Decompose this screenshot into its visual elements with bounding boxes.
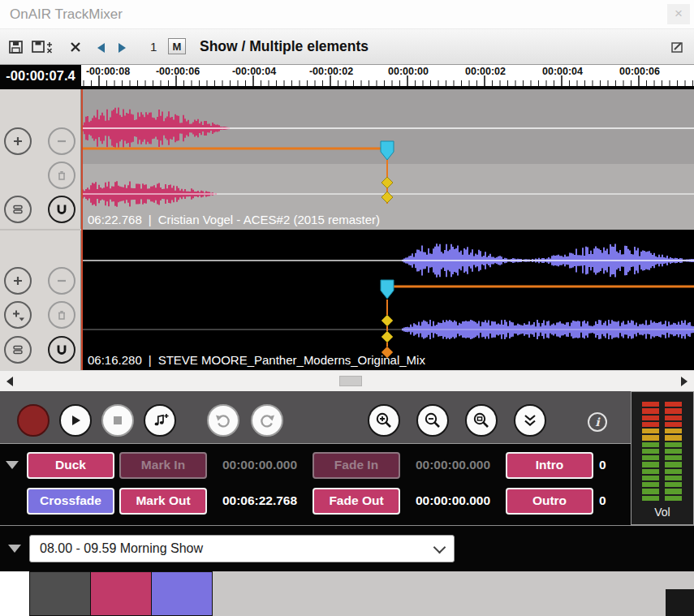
- ruler-tick-label: 00:00:02: [465, 66, 506, 77]
- mark-out-time: 00:06:22.768: [209, 493, 310, 508]
- volume-meter-panel: Vol: [631, 391, 694, 525]
- zoom-in-button[interactable]: [368, 404, 400, 437]
- fade-out-time: 00:00:00.000: [403, 493, 503, 508]
- horizontal-scrollbar[interactable]: [0, 370, 694, 391]
- trash-icon: [55, 308, 68, 321]
- redo-button[interactable]: [251, 404, 283, 437]
- track1-loop-button[interactable]: [48, 196, 75, 223]
- label-separator: |: [149, 213, 152, 226]
- track1-add-button[interactable]: [4, 127, 32, 155]
- vu-meter-right: [665, 402, 682, 501]
- vu-meter-left: [642, 402, 659, 501]
- next-arrow-icon[interactable]: [119, 43, 126, 53]
- volume-label: Vol: [631, 506, 693, 519]
- panel-divider: [0, 229, 81, 230]
- track2-add-dropdown-button[interactable]: [4, 301, 32, 329]
- outro-button[interactable]: Outro: [506, 488, 593, 515]
- trash-icon: [55, 169, 68, 182]
- playlist-row: 08.00 - 09.59 Morning Show: [0, 525, 694, 571]
- mark-in-button[interactable]: Mark In: [119, 452, 207, 479]
- delete-x-icon: [70, 41, 81, 53]
- track1-layers-button[interactable]: [4, 196, 32, 223]
- editor-row-1: Duck Mark In 00:00:00.000 Fade In 00:00:…: [0, 451, 631, 479]
- show-select-dropdown[interactable]: 08.00 - 09.59 Morning Show: [29, 535, 455, 562]
- playlist-item-block-2[interactable]: [90, 571, 152, 616]
- undo-icon: [214, 411, 232, 429]
- playlist-strip: [0, 571, 694, 616]
- track2-lane[interactable]: 06:16.280 | STEVE MOORE_Panther_Moderns_…: [81, 230, 694, 370]
- fade-out-button[interactable]: Fade Out: [313, 488, 400, 515]
- track1-title: Cristian Vogel - ACES#2 (2015 remaster): [158, 213, 380, 226]
- timeline-ruler-row: -00:00:07.4 -00:00:08 -00:00:06 -00:00:0…: [0, 65, 694, 89]
- track-area: 06:22.768 | Cristian Vogel - ACES#2 (201…: [0, 89, 694, 370]
- page-number: 1: [150, 40, 157, 54]
- zoom-out-button[interactable]: [416, 404, 449, 437]
- triangle-down-icon: [6, 461, 19, 469]
- strip-margin: [0, 571, 29, 616]
- previous-arrow-icon[interactable]: [97, 43, 105, 53]
- duck-button[interactable]: Duck: [27, 452, 114, 479]
- corner-block: [666, 589, 694, 616]
- stop-button[interactable]: [101, 404, 134, 437]
- track1-duration: 06:22.768: [88, 213, 142, 226]
- window-close-button[interactable]: ×: [667, 4, 690, 24]
- track1-remove-button[interactable]: [48, 127, 75, 155]
- label-separator: |: [149, 353, 152, 367]
- delete-button[interactable]: [65, 39, 86, 55]
- collapse-button[interactable]: [514, 404, 546, 437]
- monitor-toggle-button[interactable]: M: [168, 38, 186, 54]
- title-bar: OnAIR TrackMixer ×: [0, 0, 694, 29]
- track1-delete-button[interactable]: [48, 162, 75, 189]
- track1-lane[interactable]: 06:22.768 | Cristian Vogel - ACES#2 (201…: [81, 89, 694, 230]
- track2-add-button[interactable]: [4, 267, 32, 295]
- save-new-button[interactable]: [29, 39, 57, 55]
- fade-in-button[interactable]: Fade In: [313, 452, 400, 479]
- intro-button[interactable]: Intro: [506, 452, 593, 479]
- scroll-left-arrow-icon[interactable]: [6, 377, 13, 386]
- plus-dropdown-icon: [11, 308, 25, 321]
- transport-bar: i: [0, 391, 631, 443]
- toolbar: 1 M Show / Multiple elements: [0, 29, 694, 65]
- collapse-playlist-toggle[interactable]: [8, 545, 21, 553]
- scroll-right-arrow-icon[interactable]: [681, 377, 688, 386]
- ruler-tick-label: -00:00:02: [309, 66, 353, 77]
- mark-out-button[interactable]: Mark Out: [119, 488, 207, 515]
- playlist-item-block-3[interactable]: [151, 571, 213, 616]
- zoom-selection-button[interactable]: [465, 404, 498, 437]
- loop-u-icon: [54, 342, 69, 357]
- info-button[interactable]: i: [588, 412, 607, 432]
- collapse-editor-toggle[interactable]: [0, 461, 24, 469]
- scrollbar-thumb[interactable]: [339, 376, 362, 386]
- music-note-plus-icon: [151, 412, 169, 429]
- playhead-line[interactable]: [81, 89, 83, 370]
- track2-duration: 06:16.280: [88, 353, 142, 367]
- track2-layers-button[interactable]: [4, 336, 32, 364]
- playhead-time-display: -00:00:07.4: [0, 65, 81, 86]
- ruler-tick-label: -00:00:04: [232, 66, 276, 77]
- track2-remove-button[interactable]: [48, 267, 75, 295]
- loop-u-icon: [54, 202, 69, 217]
- layers-icon: [11, 203, 24, 216]
- stop-icon: [110, 413, 125, 428]
- chevron-down-icon: [433, 541, 446, 554]
- track2-label: 06:16.280 | STEVE MOORE_Panther_Moderns_…: [81, 349, 694, 370]
- ruler-tick-label: -00:00:08: [86, 66, 130, 77]
- save-plus-x-icon: [31, 40, 55, 54]
- undo-button[interactable]: [207, 404, 239, 437]
- save-button[interactable]: [5, 39, 26, 55]
- crossfade-button[interactable]: Crossfade: [27, 488, 114, 515]
- editor-row-2: Crossfade Mark Out 00:06:22.768 Fade Out…: [0, 487, 631, 515]
- edit-note-button[interactable]: [666, 39, 688, 55]
- play-button[interactable]: [59, 404, 92, 437]
- timeline-ruler[interactable]: -00:00:08 -00:00:06 -00:00:04 -00:00:02 …: [81, 65, 694, 86]
- edit-note-icon: [670, 41, 684, 54]
- track2-delete-button[interactable]: [48, 301, 75, 329]
- fade-in-time: 00:00:00.000: [403, 458, 503, 472]
- play-icon: [67, 412, 84, 429]
- add-audio-button[interactable]: [144, 404, 176, 437]
- playlist-item-block-1[interactable]: [29, 571, 91, 616]
- redo-icon: [258, 411, 276, 429]
- selected-show: 08.00 - 09.59 Morning Show: [40, 541, 203, 556]
- track2-loop-button[interactable]: [48, 336, 75, 364]
- record-button[interactable]: [17, 404, 50, 437]
